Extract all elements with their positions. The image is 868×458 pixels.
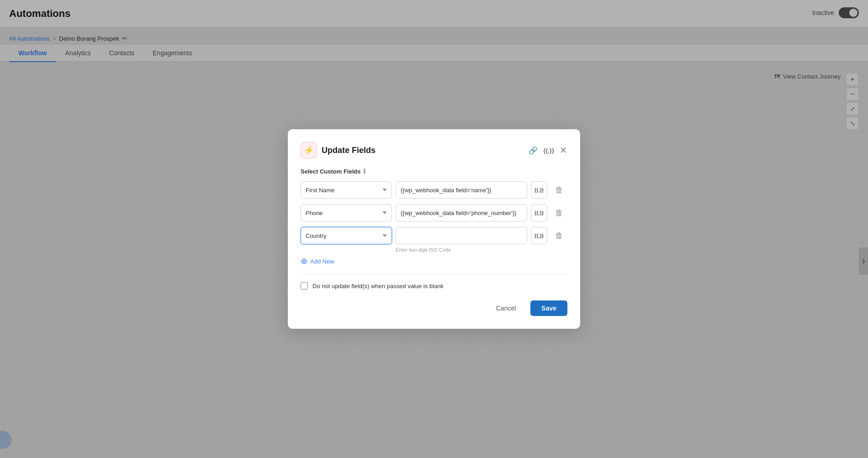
field-input-1[interactable] — [396, 181, 527, 199]
merge-tag-button-3[interactable]: {{.}} — [531, 227, 547, 244]
save-button[interactable]: Save — [530, 300, 567, 316]
modal-title-area: ⚡ Update Fields — [301, 142, 376, 158]
delete-field-button-1[interactable]: 🗑 — [551, 181, 567, 199]
checkbox-label: Do not update field(s) when passed value… — [312, 283, 444, 290]
field-input-3[interactable] — [396, 227, 527, 244]
modal-header: ⚡ Update Fields 🔗 {{.}} ✕ — [301, 142, 567, 158]
modal-overlay: ⚡ Update Fields 🔗 {{.}} ✕ Select Custom … — [0, 0, 868, 458]
cancel-button[interactable]: Cancel — [487, 300, 525, 316]
modal-icon: ⚡ — [301, 142, 317, 158]
field-select-2[interactable]: First Name Phone Country — [301, 204, 392, 221]
merge-tag-button-2[interactable]: {{.}} — [531, 204, 547, 221]
info-icon[interactable]: ℹ — [363, 168, 365, 175]
section-label-text: Select Custom Fields — [301, 168, 360, 175]
add-new-icon: ⊕ — [301, 257, 307, 265]
merge-tag-icon[interactable]: {{.}} — [543, 147, 554, 154]
field-select-3[interactable]: First Name Phone Country — [301, 227, 392, 244]
field-input-2[interactable] — [396, 204, 527, 221]
field-row-1: First Name Phone Country {{.}} 🗑 — [301, 181, 567, 199]
modal-header-icons: 🔗 {{.}} ✕ — [529, 145, 567, 156]
modal-close-button[interactable]: ✕ — [560, 145, 567, 156]
update-fields-modal: ⚡ Update Fields 🔗 {{.}} ✕ Select Custom … — [288, 129, 580, 329]
merge-tag-button-1[interactable]: {{.}} — [531, 181, 547, 199]
field-row-3: First Name Phone Country {{.}} 🗑 — [301, 227, 567, 244]
field-row-2: First Name Phone Country {{.}} 🗑 — [301, 204, 567, 221]
no-update-blank-checkbox[interactable] — [301, 282, 308, 290]
link-icon[interactable]: 🔗 — [529, 146, 538, 155]
divider — [301, 274, 567, 275]
modal-footer: Cancel Save — [301, 300, 567, 316]
add-new-label: Add New — [310, 258, 334, 265]
add-new-button[interactable]: ⊕ Add New — [301, 257, 334, 265]
field-select-1[interactable]: First Name Phone Country — [301, 181, 392, 199]
checkbox-row: Do not update field(s) when passed value… — [301, 282, 567, 290]
iso-hint: Enter two digit ISO Code — [396, 247, 567, 253]
delete-field-button-2[interactable]: 🗑 — [551, 204, 567, 221]
lightning-icon: ⚡ — [304, 145, 314, 155]
delete-field-button-3[interactable]: 🗑 — [551, 227, 567, 244]
section-label: Select Custom Fields ℹ — [301, 168, 567, 175]
modal-title: Update Fields — [322, 146, 376, 155]
